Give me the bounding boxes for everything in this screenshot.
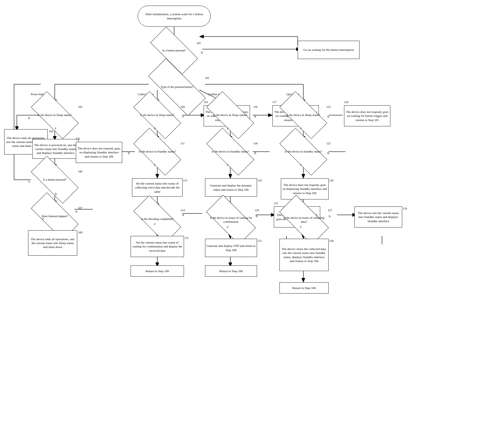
box-121: Generate and display OTP and return to S… xyxy=(205,239,257,257)
box-129: The device sets the current status into … xyxy=(354,206,402,228)
b112-label: 112 xyxy=(76,137,80,140)
svg-marker-6 xyxy=(199,35,204,38)
d116-text: Is the device in Sleep status? xyxy=(213,113,247,117)
d109-label: 109 xyxy=(181,105,185,108)
diamond-125: Is the device in Standby status? xyxy=(279,128,327,176)
flowchart: After initialization, a system waits for… xyxy=(0,0,480,448)
b117-label: 117 xyxy=(272,101,277,104)
diamond-127: Is the device in status of collecting da… xyxy=(279,195,329,245)
d120-text: Is the device in status of waiting for c… xyxy=(209,216,253,224)
diamond-116: Is the device in Sleep status? xyxy=(206,91,254,139)
d118-label: 118 xyxy=(253,142,258,145)
d106-label: 106 xyxy=(78,170,82,173)
d127-text: Is the device in status of collecting da… xyxy=(282,216,326,224)
return-106-confirm: Return to Step 106 xyxy=(205,265,257,277)
b104-label: 104 xyxy=(49,130,53,133)
box-108: The device ends all operations, sets the… xyxy=(28,230,77,256)
d103-text: Is the device in Sleep status? xyxy=(38,113,72,117)
b119-label: 119 xyxy=(258,179,262,182)
d127-y: Y xyxy=(300,226,302,229)
diamond-118: Is the device in Standby status? xyxy=(206,128,254,176)
box-113: Set the current status into status of co… xyxy=(132,178,183,197)
d114-text: Is the decoding completed? xyxy=(141,217,173,221)
d116-y: Y xyxy=(227,127,229,130)
svg-marker-54 xyxy=(229,174,232,178)
d125-y: Y xyxy=(300,163,302,167)
svg-marker-50 xyxy=(268,113,272,117)
d125-n: N xyxy=(327,152,329,155)
b115-label: 115 xyxy=(185,236,189,240)
d123-n: N xyxy=(327,115,329,118)
d107-text: Does timeout happen? xyxy=(42,214,68,218)
box-wait: Go on waiting for the button interruptio… xyxy=(298,41,360,59)
d118-n: N xyxy=(254,152,256,155)
svg-marker-69 xyxy=(302,174,305,178)
d125-label: 125 xyxy=(326,142,331,145)
d106-y: Y xyxy=(28,180,30,183)
d116-label: 116 xyxy=(253,105,258,108)
b128-label: 128 xyxy=(329,239,333,242)
d111-y: Y xyxy=(154,163,156,167)
d123-y: Y xyxy=(300,127,302,130)
box-119: Generate and display the dynamic token a… xyxy=(205,178,257,197)
d109-n: Y xyxy=(182,115,184,118)
diamond-106: Is a button pressed? xyxy=(31,156,79,204)
diamond-123: Is the device in Sleep status? xyxy=(279,91,327,139)
b122-label: 122 xyxy=(274,202,278,205)
box-128: The device clears the collected data, se… xyxy=(279,239,329,271)
d107-y: Y xyxy=(42,217,44,220)
box-126: The device does not respond, goes on dis… xyxy=(281,178,329,199)
svg-marker-41 xyxy=(156,174,159,178)
b126-label: 126 xyxy=(329,179,333,182)
diamond-120: Is the device in status of waiting for c… xyxy=(206,195,256,245)
d118-y: Y xyxy=(227,163,229,167)
start-label: After initialization, a system waits for… xyxy=(139,12,209,20)
box-112: The device does not respond, goes on dis… xyxy=(76,142,122,163)
b124-label: 124 xyxy=(344,101,348,104)
d114-n: N xyxy=(182,213,184,217)
d101-label: 101 xyxy=(197,42,201,45)
d116-n: N xyxy=(254,115,256,118)
b113-label: 113 xyxy=(183,179,187,182)
d101-n-label: N xyxy=(201,51,203,54)
d109-y: N xyxy=(154,127,156,130)
d114-label: 114 xyxy=(181,209,185,212)
d123-label: 123 xyxy=(326,105,331,108)
d106-n: N xyxy=(55,192,57,195)
box-115: Set the current status into status of wa… xyxy=(131,236,184,257)
svg-marker-78 xyxy=(302,278,305,282)
d103-y: Y xyxy=(55,127,56,130)
d120-label: 120 xyxy=(255,209,259,212)
d127-label: 127 xyxy=(328,209,332,212)
return-106-quit: Return to Step 106 xyxy=(279,282,329,294)
d114-y: Y xyxy=(154,223,156,226)
d109-text: Is the device in Sleep status? xyxy=(140,113,174,117)
d103-n: N xyxy=(28,117,30,120)
d125-text: Is the device in Standby status? xyxy=(285,150,322,154)
d120-n: N xyxy=(256,215,258,218)
d123-text: Is the device in Sleep status? xyxy=(286,113,320,117)
b121-label: 121 xyxy=(258,239,262,242)
d103-label: 103 xyxy=(78,105,82,108)
d111-n: N xyxy=(128,152,130,155)
d101-text: Is a button pressed? xyxy=(162,49,186,53)
b129-label: 129 xyxy=(403,207,407,210)
d102-label: 102 xyxy=(205,76,209,79)
box-124: The device does not respond, goes on wai… xyxy=(344,105,390,126)
d127-n: N xyxy=(329,215,331,218)
diamond-111: Is the device in Standby status? xyxy=(133,128,181,176)
d107-n: N xyxy=(75,210,77,213)
d118-text: Is the device in Standby status? xyxy=(212,150,249,154)
b108-label: 108 xyxy=(78,231,82,234)
b110-label: 110 xyxy=(204,101,208,104)
box-wait-label: Go on waiting for the button interruptio… xyxy=(303,48,354,52)
d106-text: Is a button pressed? xyxy=(43,178,66,182)
box-105: The device is powered on, sets the curre… xyxy=(32,139,79,159)
d102-text: Type of the pressed button? xyxy=(161,85,193,89)
d111-label: 111 xyxy=(181,142,185,145)
start-oval: After initialization, a system waits for… xyxy=(138,6,211,27)
return-106-collect: Return to Step 106 xyxy=(131,265,184,277)
d107-label: 107 xyxy=(78,206,82,210)
d111-text: Is the device in Standby status? xyxy=(139,150,176,154)
d120-y: Y xyxy=(227,226,229,229)
